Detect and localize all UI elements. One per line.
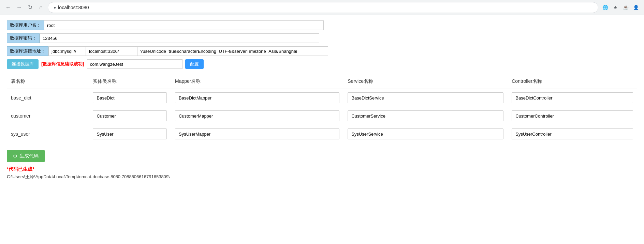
col-header-table-name: 表名称 (7, 76, 89, 89)
entity-input[interactable] (93, 128, 166, 139)
table-row: sys_user (7, 125, 637, 143)
col-header-entity: 实体类名称 (89, 76, 171, 89)
db-url-jdbc-input[interactable] (48, 46, 86, 56)
table-row: base_dict (7, 89, 637, 107)
package-input[interactable] (87, 59, 182, 69)
profile-icon[interactable]: 👤 (632, 3, 640, 12)
table-name-cell: base_dict (11, 95, 31, 101)
entity-input[interactable] (93, 92, 166, 103)
url-text: localhost:8080 (58, 5, 89, 10)
entity-input[interactable] (93, 110, 166, 121)
db-url-row: 数据库连接地址： (7, 46, 637, 56)
db-url-host-input[interactable] (86, 46, 137, 56)
service-input[interactable] (348, 128, 503, 139)
col-header-controller: Controller名称 (508, 76, 637, 89)
reload-button[interactable]: ↻ (26, 3, 34, 12)
db-url-params-input[interactable] (137, 46, 328, 56)
address-bar: ● localhost:8080 (48, 2, 598, 13)
table-name-cell: customer (11, 113, 31, 119)
result-path: C:\Users\王泽\AppData\Local\Temp\tomcat-do… (7, 174, 637, 180)
password-row: 数据库密码： (7, 33, 637, 43)
config-button[interactable]: 配置 (185, 59, 204, 69)
home-button[interactable]: ⌂ (37, 3, 45, 12)
generate-label: 生成代码 (19, 153, 39, 159)
generate-icon: ⚙ (13, 153, 17, 159)
back-button[interactable]: ← (4, 3, 12, 12)
mapper-input[interactable] (175, 110, 339, 121)
extensions-icon[interactable]: ☕ (621, 3, 630, 12)
translate-icon[interactable]: 🌐 (601, 3, 609, 12)
main-content: 数据库用户名： 数据库密码： 数据库连接地址： 连接数据库 [数据库信息读取成功… (0, 15, 644, 185)
service-input[interactable] (348, 92, 503, 103)
username-row: 数据库用户名： (7, 20, 637, 30)
col-header-mapper: Mapper名称 (171, 76, 343, 89)
controller-input[interactable] (512, 128, 633, 139)
bookmark-icon[interactable]: ★ (611, 3, 619, 12)
username-input[interactable] (44, 20, 324, 30)
table-row: customer (7, 107, 637, 125)
db-url-label: 数据库连接地址： (7, 46, 48, 56)
username-label: 数据库用户名： (7, 20, 44, 30)
generate-button[interactable]: ⚙ 生成代码 (7, 150, 45, 162)
browser-chrome: ← → ↻ ⌂ ● localhost:8080 🌐 ★ ☕ 👤 (0, 0, 644, 15)
table-name-cell: sys_user (11, 131, 30, 137)
controller-input[interactable] (512, 92, 633, 103)
forward-button[interactable]: → (15, 3, 23, 12)
browser-actions: 🌐 ★ ☕ 👤 (601, 3, 640, 12)
mapper-input[interactable] (175, 128, 339, 139)
mapper-input[interactable] (175, 92, 339, 103)
result-section: *代码已生成* C:\Users\王泽\AppData\Local\Temp\t… (7, 166, 637, 180)
success-message: [数据库信息读取成功] (41, 61, 84, 67)
result-success-label: *代码已生成* (7, 166, 637, 172)
col-header-service: Service名称 (343, 76, 508, 89)
lock-icon: ● (54, 5, 56, 10)
password-label: 数据库密码： (7, 33, 40, 43)
service-input[interactable] (348, 110, 503, 121)
connect-button[interactable]: 连接数据库 (7, 59, 39, 69)
controller-input[interactable] (512, 110, 633, 121)
data-table: 表名称 实体类名称 Mapper名称 Service名称 Controller名… (7, 76, 637, 143)
connect-row: 连接数据库 [数据库信息读取成功] 配置 (7, 59, 637, 69)
password-input[interactable] (40, 33, 319, 43)
